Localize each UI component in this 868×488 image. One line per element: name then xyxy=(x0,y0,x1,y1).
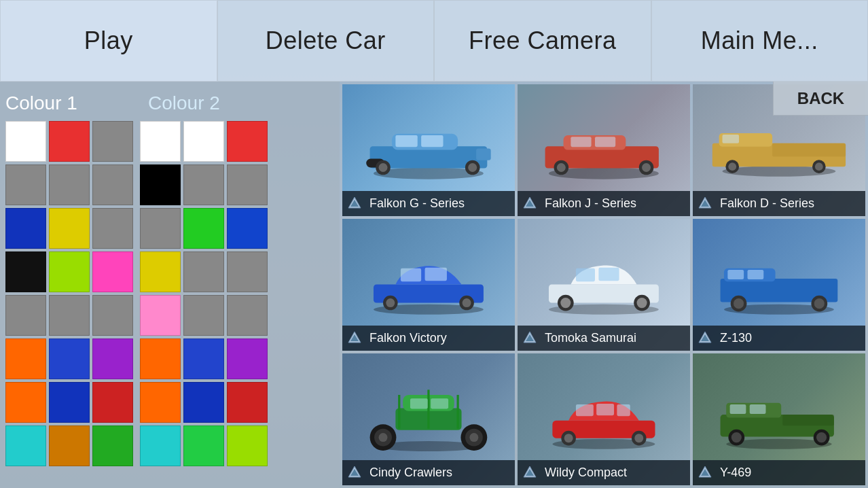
color-swatch[interactable] xyxy=(5,208,46,249)
color-swatch[interactable] xyxy=(5,425,46,466)
color-swatch[interactable] xyxy=(140,382,181,423)
color-swatch[interactable] xyxy=(227,295,268,336)
color-swatch[interactable] xyxy=(5,382,46,423)
vehicle-card-wildy-compact[interactable]: Wildy Compact xyxy=(518,353,690,485)
svg-rect-27 xyxy=(772,143,846,157)
color-swatch[interactable] xyxy=(92,425,133,466)
svg-point-19 xyxy=(642,163,651,172)
svg-rect-101 xyxy=(730,404,746,414)
color-swatch[interactable] xyxy=(227,382,268,423)
color-swatch[interactable] xyxy=(49,295,90,336)
color-swatch[interactable] xyxy=(92,164,133,205)
color-swatch[interactable] xyxy=(140,338,181,379)
vehicle-icon xyxy=(348,196,361,211)
color-swatch[interactable] xyxy=(183,425,224,466)
vehicle-card-falkon-g[interactable]: Falkon G - Series xyxy=(342,84,515,216)
color-swatch[interactable] xyxy=(140,121,181,162)
svg-rect-89 xyxy=(596,404,614,415)
svg-point-85 xyxy=(564,434,573,443)
color-swatch[interactable] xyxy=(49,425,90,466)
vehicle-name: Cindy Crawlers xyxy=(369,466,452,480)
color-swatch[interactable] xyxy=(92,382,133,423)
vehicle-label: Falkon G - Series xyxy=(342,191,515,216)
vehicle-icon xyxy=(523,466,537,481)
main-menu-button[interactable]: Main Me... xyxy=(651,0,869,82)
delete-car-button[interactable]: Delete Car xyxy=(217,0,435,82)
color-swatch[interactable] xyxy=(140,208,181,249)
toolbar: Play Delete Car Free Camera Main Me... xyxy=(0,0,868,82)
vehicle-card-y-469[interactable]: Y-469 xyxy=(693,353,865,485)
svg-rect-78 xyxy=(410,399,428,409)
vehicle-card-falkon-j[interactable]: Falkon J - Series xyxy=(518,84,690,216)
color-swatch[interactable] xyxy=(183,295,224,336)
color-swatch[interactable] xyxy=(5,164,46,205)
color-swatch[interactable] xyxy=(227,251,268,292)
svg-rect-41 xyxy=(401,268,421,281)
color-swatch[interactable] xyxy=(183,251,224,292)
color-swatch[interactable] xyxy=(140,164,181,205)
color-grids xyxy=(5,121,331,466)
vehicle-card-falkon-victory[interactable]: Falkon Victory xyxy=(342,219,515,351)
vehicle-card-cindy-crawlers[interactable]: Cindy Crawlers xyxy=(342,353,515,485)
color-swatch[interactable] xyxy=(49,164,90,205)
color-swatch[interactable] xyxy=(49,382,90,423)
svg-rect-8 xyxy=(476,149,491,160)
svg-rect-96 xyxy=(782,415,834,426)
color-swatch[interactable] xyxy=(183,164,224,205)
color-swatch[interactable] xyxy=(227,208,268,249)
svg-point-100 xyxy=(816,432,827,442)
vehicle-label: Tomoka Samurai xyxy=(518,326,690,351)
color-swatch[interactable] xyxy=(49,121,90,162)
back-button[interactable]: BACK xyxy=(773,82,868,116)
color-swatch[interactable] xyxy=(92,121,133,162)
vehicle-label: Cindy Crawlers xyxy=(342,460,515,485)
svg-point-38 xyxy=(386,299,395,308)
vehicle-label: Wildy Compact xyxy=(518,460,690,485)
vehicle-label: Falkon Victory xyxy=(342,326,515,351)
color-swatch[interactable] xyxy=(92,338,133,379)
color-swatch[interactable] xyxy=(227,121,268,162)
vehicle-name: Z-130 xyxy=(720,331,752,345)
color-swatch[interactable] xyxy=(227,425,268,466)
color-swatch[interactable] xyxy=(92,295,133,336)
color-swatch[interactable] xyxy=(140,295,181,336)
color-swatch[interactable] xyxy=(5,121,46,162)
color-swatch[interactable] xyxy=(5,295,46,336)
svg-rect-79 xyxy=(431,399,448,409)
color-swatch[interactable] xyxy=(5,251,46,292)
color-swatch[interactable] xyxy=(92,251,133,292)
svg-rect-52 xyxy=(598,268,619,281)
color-swatch[interactable] xyxy=(49,251,90,292)
svg-point-7 xyxy=(468,163,477,172)
color-swatch[interactable] xyxy=(227,338,268,379)
color-swatch[interactable] xyxy=(183,121,224,162)
vehicle-name: Falkon J - Series xyxy=(545,196,636,211)
vehicle-icon xyxy=(698,466,712,481)
color-swatch[interactable] xyxy=(140,251,181,292)
color-panel: Colour 1 Colour 2 xyxy=(0,82,340,488)
svg-rect-63 xyxy=(748,270,764,279)
color-swatch[interactable] xyxy=(5,338,46,379)
color-swatch[interactable] xyxy=(140,425,181,466)
vehicle-card-z-130[interactable]: Z-130 xyxy=(693,219,865,351)
color-swatch[interactable] xyxy=(49,338,90,379)
svg-point-74 xyxy=(469,434,478,442)
svg-rect-102 xyxy=(750,404,766,414)
color-swatch[interactable] xyxy=(227,164,268,205)
vehicle-icon xyxy=(348,331,361,346)
color-swatch[interactable] xyxy=(49,208,90,249)
color-swatch[interactable] xyxy=(183,338,224,379)
color-swatch[interactable] xyxy=(92,208,133,249)
color-swatch[interactable] xyxy=(183,382,224,423)
vehicle-card-tomoka-samurai[interactable]: Tomoka Samurai xyxy=(518,219,690,351)
free-camera-button[interactable]: Free Camera xyxy=(434,0,651,82)
color-grid-2 xyxy=(140,121,268,466)
svg-point-59 xyxy=(734,299,744,309)
play-button[interactable]: Play xyxy=(0,0,217,82)
vehicle-label: Falkon D - Series xyxy=(693,191,865,216)
svg-rect-51 xyxy=(576,268,595,281)
vehicle-name: Tomoka Samurai xyxy=(545,331,636,345)
color-swatch[interactable] xyxy=(183,208,224,249)
svg-rect-90 xyxy=(617,404,630,416)
svg-point-29 xyxy=(728,163,736,171)
